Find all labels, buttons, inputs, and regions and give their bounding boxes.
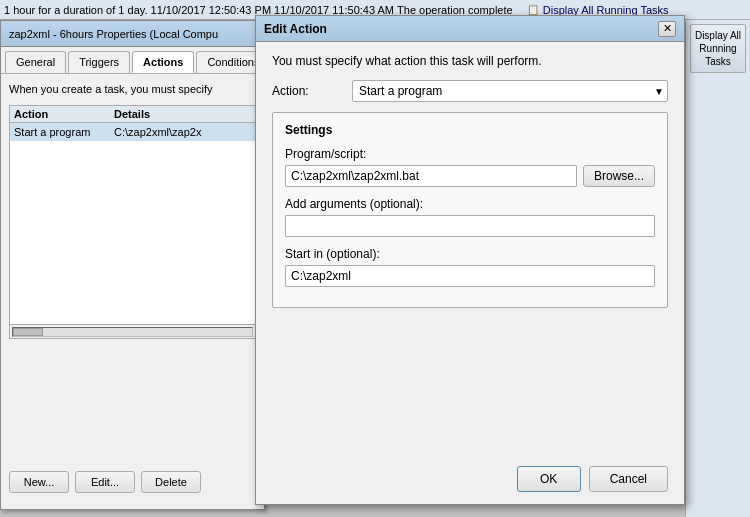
cancel-button[interactable]: Cancel: [589, 466, 668, 492]
add-arguments-input[interactable]: [285, 215, 655, 237]
dialog-description: You must specify what action this task w…: [272, 54, 668, 68]
start-in-label: Start in (optional):: [285, 247, 655, 261]
add-arguments-label: Add arguments (optional):: [285, 197, 655, 211]
properties-tabs: General Triggers Actions Conditions: [1, 47, 264, 74]
browse-button[interactable]: Browse...: [583, 165, 655, 187]
dialog-body: You must specify what action this task w…: [256, 42, 684, 320]
program-script-input-row: Browse...: [285, 165, 655, 187]
properties-desc: When you create a task, you must specify: [9, 82, 256, 97]
start-in-input[interactable]: [285, 265, 655, 287]
settings-group: Settings Program/script: Browse... Add a…: [272, 112, 668, 308]
properties-window: zap2xml - 6hours Properties (Local Compu…: [0, 20, 265, 510]
tab-general[interactable]: General: [5, 51, 66, 73]
properties-title: zap2xml - 6hours Properties (Local Compu: [9, 28, 218, 40]
col-details-header: Details: [114, 108, 251, 120]
add-arguments-row: Add arguments (optional):: [285, 197, 655, 237]
actions-table: Action Details Start a program C:\zap2xm…: [9, 105, 256, 325]
col-action-header: Action: [14, 108, 114, 120]
delete-button[interactable]: Delete: [141, 471, 201, 493]
taskbar-text1: 1 hour for a duration of 1 day.: [4, 4, 148, 16]
properties-titlebar: zap2xml - 6hours Properties (Local Compu: [1, 21, 264, 47]
action-label: Action:: [272, 84, 352, 98]
display-tasks-icon: 📋: [527, 4, 539, 15]
start-in-row: Start in (optional):: [285, 247, 655, 287]
display-running-tasks-button[interactable]: Display All Running Tasks: [690, 24, 746, 73]
program-script-row: Program/script: Browse...: [285, 147, 655, 187]
scrollbar-track: [12, 327, 253, 337]
row-action-value: Start a program: [14, 126, 114, 138]
row-details-value: C:\zap2xml\zap2x: [114, 126, 251, 138]
taskbar-text4: The operation complete: [397, 4, 513, 16]
edit-action-dialog: Edit Action ✕ You must specify what acti…: [255, 15, 685, 505]
dialog-footer: OK Cancel: [517, 466, 668, 492]
table-row[interactable]: Start a program C:\zap2xml\zap2x: [10, 123, 255, 141]
start-in-input-row: [285, 265, 655, 287]
dialog-title: Edit Action: [264, 22, 327, 36]
dialog-titlebar: Edit Action ✕: [256, 16, 684, 42]
tab-triggers[interactable]: Triggers: [68, 51, 130, 73]
add-arguments-input-row: [285, 215, 655, 237]
action-select[interactable]: Start a program Send an e-mail Display a…: [352, 80, 668, 102]
display-tasks-label[interactable]: Display All Running Tasks: [543, 4, 669, 16]
right-sidebar: Display All Running Tasks: [685, 20, 750, 517]
action-select-wrapper: Start a program Send an e-mail Display a…: [352, 80, 668, 102]
tab-actions[interactable]: Actions: [132, 51, 194, 73]
table-header: Action Details: [10, 106, 255, 123]
properties-content: When you create a task, you must specify…: [1, 74, 264, 347]
program-script-label: Program/script:: [285, 147, 655, 161]
new-button[interactable]: New...: [9, 471, 69, 493]
scrollbar-thumb[interactable]: [13, 328, 43, 336]
dialog-close-button[interactable]: ✕: [658, 21, 676, 37]
program-script-input[interactable]: [285, 165, 577, 187]
horizontal-scrollbar[interactable]: [9, 325, 256, 339]
taskbar-text3: 11/10/2017 11:50:43 AM: [274, 4, 394, 16]
action-field-row: Action: Start a program Send an e-mail D…: [272, 80, 668, 102]
ok-button[interactable]: OK: [517, 466, 581, 492]
settings-label: Settings: [285, 123, 655, 137]
edit-button[interactable]: Edit...: [75, 471, 135, 493]
properties-action-buttons: New... Edit... Delete: [1, 463, 209, 501]
taskbar-text2: 11/10/2017 12:50:43 PM: [151, 4, 271, 16]
